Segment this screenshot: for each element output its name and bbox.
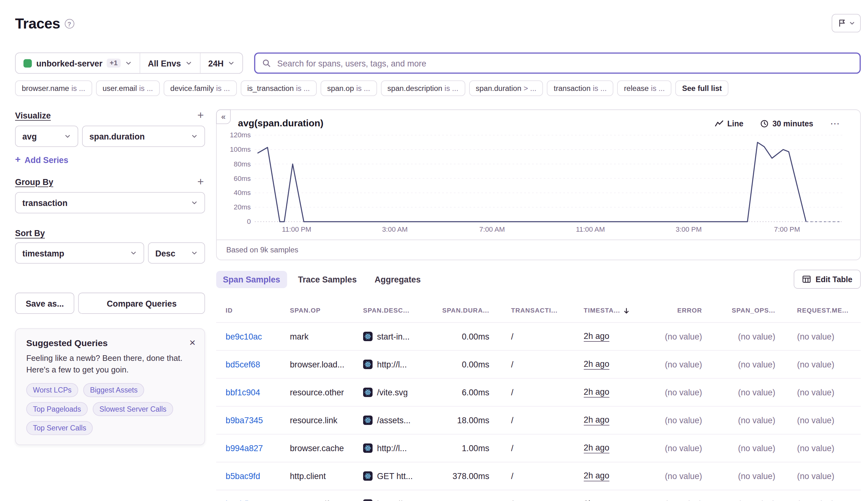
span-id-link[interactable]: b9ba7345 bbox=[226, 415, 263, 425]
column-header[interactable]: ID bbox=[226, 307, 290, 314]
column-header[interactable]: SPAN.DESC... bbox=[363, 307, 438, 314]
column-header[interactable]: TRANSACTI... bbox=[489, 307, 584, 314]
chart-interval-button[interactable]: 30 minutes bbox=[757, 118, 817, 129]
cell-span-description: https://... bbox=[363, 499, 438, 501]
time-range-selector[interactable]: 24H bbox=[200, 53, 243, 73]
column-header[interactable]: SPAN.DURA... bbox=[438, 307, 489, 314]
cell-span-op: resource.ifr... bbox=[290, 499, 363, 501]
tab-span-samples[interactable]: Span Samples bbox=[216, 270, 287, 288]
page-title: Traces bbox=[15, 14, 60, 33]
timestamp-text[interactable]: 2h ago bbox=[584, 471, 609, 481]
timestamp-text[interactable]: 2h ago bbox=[584, 443, 609, 454]
suggested-query-chip[interactable]: Top Server Calls bbox=[27, 421, 93, 435]
y-axis: 120ms100ms80ms60ms40ms20ms0 bbox=[228, 135, 255, 222]
chart-type-button[interactable]: Line bbox=[711, 118, 747, 129]
timestamp-text[interactable]: 2h ago bbox=[584, 387, 609, 397]
cell-request-method: (no value) bbox=[775, 360, 851, 369]
cell-span-ops: (no value) bbox=[702, 499, 775, 501]
cell-span-op: http.client bbox=[290, 471, 363, 481]
filter-chip-op: > ... bbox=[524, 84, 537, 93]
column-header[interactable]: REQUEST.ME... bbox=[775, 307, 851, 314]
suggested-query-chip[interactable]: Worst LCPs bbox=[27, 383, 78, 397]
collapse-sidebar-button[interactable]: « bbox=[216, 109, 231, 124]
span-id-link[interactable]: b41bfb26 bbox=[226, 499, 261, 501]
line-chart bbox=[255, 135, 843, 222]
span-id-link[interactable]: bd5cef68 bbox=[226, 360, 260, 369]
timestamp-text[interactable]: 2h ago bbox=[584, 359, 609, 370]
feedback-button[interactable] bbox=[832, 14, 861, 33]
span-id-link[interactable]: b5bac9fd bbox=[226, 471, 260, 481]
filter-chip-op: is ... bbox=[296, 84, 310, 93]
filter-chip[interactable]: span.descriptionis ... bbox=[381, 80, 465, 96]
y-axis-label: 0 bbox=[247, 218, 251, 226]
add-visualize-button[interactable]: + bbox=[196, 109, 205, 121]
suggested-queries-body: Feeling like a newb? Been there, done th… bbox=[27, 352, 194, 376]
field-select[interactable]: span.duration bbox=[82, 126, 205, 147]
compare-queries-button[interactable]: Compare Queries bbox=[78, 292, 205, 314]
span-id-link[interactable]: bbf1c904 bbox=[226, 387, 260, 397]
table-row: b994a827browser.cachehttp://l...1.00ms/2… bbox=[216, 435, 861, 462]
cell-span-duration: 6.00ms bbox=[438, 387, 489, 397]
y-axis-label: 20ms bbox=[234, 203, 251, 211]
cell-request-method: (no value) bbox=[775, 499, 851, 501]
filter-chip[interactable]: user.emailis ... bbox=[96, 80, 160, 96]
edit-table-button[interactable]: Edit Table bbox=[794, 270, 860, 289]
span-description-text: https://... bbox=[377, 499, 409, 501]
no-value-text: (no value) bbox=[665, 471, 702, 481]
suggested-query-chip[interactable]: Biggest Assets bbox=[83, 383, 145, 397]
filter-chip[interactable]: span.opis ... bbox=[320, 80, 377, 96]
span-description-text: http://l... bbox=[377, 360, 407, 369]
filter-chip[interactable]: releaseis ... bbox=[617, 80, 671, 96]
filter-chip-key: span.op bbox=[327, 84, 354, 93]
cell-id: bbf1c904 bbox=[226, 387, 290, 397]
timestamp-text[interactable]: 2h ago bbox=[584, 331, 609, 342]
column-header[interactable]: ERROR bbox=[659, 307, 702, 314]
suggested-query-chip[interactable]: Slowest Server Calls bbox=[93, 402, 173, 416]
cell-text: / bbox=[511, 471, 514, 481]
sort-direction-select[interactable]: Desc bbox=[148, 242, 205, 264]
filter-chip[interactable]: is_transactionis ... bbox=[241, 80, 316, 96]
cell-span-description: /vite.svg bbox=[363, 387, 438, 397]
close-button[interactable]: × bbox=[188, 336, 197, 349]
page-filter-group: unborked-server +1 All Envs 24H bbox=[15, 52, 243, 74]
chart-options-button[interactable]: ⋯ bbox=[827, 118, 843, 129]
cell-request-method: (no value) bbox=[775, 415, 851, 425]
span-id-link[interactable]: be9c10ac bbox=[226, 332, 262, 341]
cell-error: (no value) bbox=[659, 387, 702, 397]
filter-chip[interactable]: device.familyis ... bbox=[164, 80, 237, 96]
cell-span-op: mark bbox=[290, 332, 363, 341]
help-icon[interactable]: ? bbox=[65, 19, 74, 29]
x-axis-label: 3:00 PM bbox=[676, 226, 702, 234]
filter-chip-op: is ... bbox=[72, 84, 85, 93]
suggested-query-chip[interactable]: Top Pageloads bbox=[27, 402, 88, 416]
aggregate-select[interactable]: avg bbox=[15, 126, 78, 147]
environment-selector[interactable]: All Envs bbox=[140, 53, 200, 73]
filter-chip[interactable]: browser.nameis ... bbox=[15, 80, 92, 96]
column-header[interactable]: SPAN_OPS... bbox=[702, 307, 775, 314]
cell-timestamp: 2h ago bbox=[584, 331, 659, 342]
sort-field-select[interactable]: timestamp bbox=[15, 242, 144, 264]
add-group-by-button[interactable]: + bbox=[196, 176, 205, 187]
visualize-section-header: Visualize + bbox=[15, 109, 205, 121]
column-header[interactable]: TIMESTA... bbox=[584, 307, 659, 314]
tab-aggregates[interactable]: Aggregates bbox=[368, 270, 427, 288]
suggested-queries-title: Suggested Queries bbox=[27, 338, 194, 348]
filter-chip[interactable]: span.duration> ... bbox=[469, 80, 543, 96]
tab-trace-samples[interactable]: Trace Samples bbox=[291, 270, 363, 288]
timestamp-text[interactable]: 2h ago bbox=[584, 499, 609, 501]
span-id-link[interactable]: b994a827 bbox=[226, 443, 263, 453]
filter-chip-op: is ... bbox=[593, 84, 607, 93]
timestamp-text[interactable]: 2h ago bbox=[584, 415, 609, 425]
query-sidebar: Visualize + avg span.duration + Add Seri bbox=[15, 109, 205, 445]
column-header[interactable]: SPAN.OP bbox=[290, 307, 363, 314]
project-selector[interactable]: unborked-server +1 bbox=[16, 53, 140, 73]
filter-chip[interactable]: transactionis ... bbox=[547, 80, 613, 96]
add-series-button[interactable]: + Add Series bbox=[15, 154, 68, 166]
save-as-button[interactable]: Save as... bbox=[15, 292, 75, 314]
see-full-list-button[interactable]: See full list bbox=[676, 80, 729, 96]
cell-span-duration: 378.00ms bbox=[438, 471, 489, 481]
cell-text: / bbox=[511, 499, 514, 501]
chevron-down-icon bbox=[849, 20, 855, 26]
group-by-select[interactable]: transaction bbox=[15, 192, 205, 213]
search-input[interactable] bbox=[276, 58, 853, 68]
